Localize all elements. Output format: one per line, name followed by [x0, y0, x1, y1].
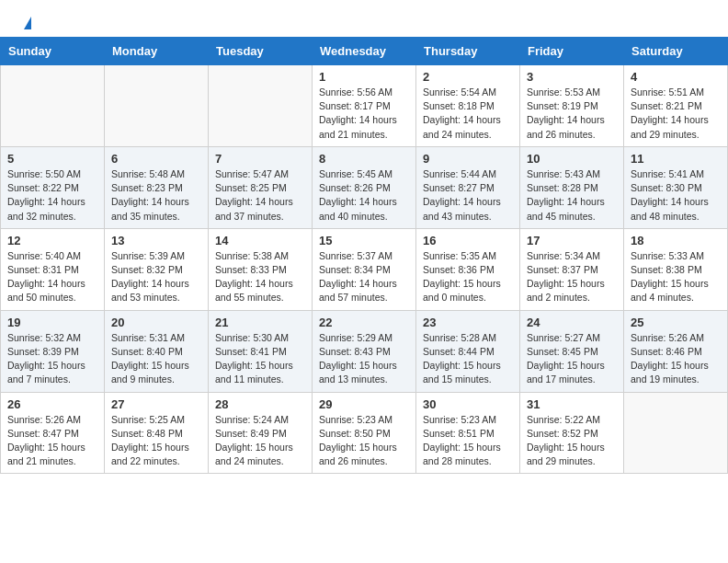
day-info: Sunrise: 5:27 AM Sunset: 8:45 PM Dayligh…	[527, 331, 617, 387]
day-number: 9	[423, 152, 513, 166]
day-number: 6	[111, 152, 201, 166]
calendar-week-row: 12Sunrise: 5:40 AM Sunset: 8:31 PM Dayli…	[1, 228, 728, 310]
day-number: 22	[319, 316, 409, 329]
day-info: Sunrise: 5:39 AM Sunset: 8:32 PM Dayligh…	[111, 249, 201, 305]
calendar-cell: 24Sunrise: 5:27 AM Sunset: 8:45 PM Dayli…	[520, 310, 624, 392]
calendar-week-row: 5Sunrise: 5:50 AM Sunset: 8:22 PM Daylig…	[1, 146, 728, 228]
day-info: Sunrise: 5:50 AM Sunset: 8:22 PM Dayligh…	[7, 167, 97, 224]
day-info: Sunrise: 5:47 AM Sunset: 8:25 PM Dayligh…	[215, 167, 305, 224]
day-info: Sunrise: 5:48 AM Sunset: 8:23 PM Dayligh…	[111, 167, 201, 224]
calendar-cell: 23Sunrise: 5:28 AM Sunset: 8:44 PM Dayli…	[416, 310, 520, 392]
calendar-cell: 31Sunrise: 5:22 AM Sunset: 8:52 PM Dayli…	[520, 392, 624, 474]
day-number: 20	[111, 316, 201, 329]
calendar-cell: 16Sunrise: 5:35 AM Sunset: 8:36 PM Dayli…	[416, 228, 520, 310]
calendar-cell: 18Sunrise: 5:33 AM Sunset: 8:38 PM Dayli…	[624, 228, 728, 310]
calendar-table: SundayMondayTuesdayWednesdayThursdayFrid…	[0, 37, 728, 474]
day-header-sunday: Sunday	[1, 38, 105, 65]
day-number: 2	[423, 70, 513, 84]
day-number: 14	[215, 234, 305, 247]
day-info: Sunrise: 5:43 AM Sunset: 8:28 PM Dayligh…	[527, 167, 617, 224]
calendar-cell: 7Sunrise: 5:47 AM Sunset: 8:25 PM Daylig…	[209, 146, 313, 228]
day-header-friday: Friday	[520, 38, 624, 65]
calendar-cell: 2Sunrise: 5:54 AM Sunset: 8:18 PM Daylig…	[416, 65, 520, 147]
calendar-cell: 29Sunrise: 5:23 AM Sunset: 8:50 PM Dayli…	[313, 392, 416, 474]
calendar-header-row: SundayMondayTuesdayWednesdayThursdayFrid…	[1, 38, 728, 65]
calendar-week-row: 1Sunrise: 5:56 AM Sunset: 8:17 PM Daylig…	[1, 65, 728, 147]
calendar-cell: 3Sunrise: 5:53 AM Sunset: 8:19 PM Daylig…	[520, 65, 624, 147]
day-info: Sunrise: 5:23 AM Sunset: 8:50 PM Dayligh…	[319, 413, 409, 469]
day-info: Sunrise: 5:44 AM Sunset: 8:27 PM Dayligh…	[423, 167, 513, 224]
day-info: Sunrise: 5:29 AM Sunset: 8:43 PM Dayligh…	[319, 331, 409, 387]
calendar-cell: 15Sunrise: 5:37 AM Sunset: 8:34 PM Dayli…	[313, 228, 416, 310]
day-number: 29	[319, 397, 409, 411]
calendar-cell: 4Sunrise: 5:51 AM Sunset: 8:21 PM Daylig…	[624, 65, 728, 147]
calendar-cell: 9Sunrise: 5:44 AM Sunset: 8:27 PM Daylig…	[416, 146, 520, 228]
day-info: Sunrise: 5:26 AM Sunset: 8:47 PM Dayligh…	[7, 413, 97, 469]
calendar-cell: 21Sunrise: 5:30 AM Sunset: 8:41 PM Dayli…	[209, 310, 313, 392]
day-number: 12	[7, 234, 97, 247]
day-info: Sunrise: 5:28 AM Sunset: 8:44 PM Dayligh…	[423, 331, 513, 387]
day-number: 17	[527, 234, 617, 247]
calendar-cell	[105, 65, 209, 147]
day-header-monday: Monday	[105, 38, 209, 65]
calendar-cell	[624, 392, 728, 474]
day-header-thursday: Thursday	[416, 38, 520, 65]
calendar-cell	[1, 65, 105, 147]
day-number: 19	[7, 316, 97, 329]
calendar-cell: 11Sunrise: 5:41 AM Sunset: 8:30 PM Dayli…	[624, 146, 728, 228]
day-number: 25	[631, 316, 721, 329]
day-number: 5	[7, 152, 97, 166]
day-number: 26	[7, 397, 97, 411]
day-info: Sunrise: 5:31 AM Sunset: 8:40 PM Dayligh…	[111, 331, 201, 387]
day-info: Sunrise: 5:53 AM Sunset: 8:19 PM Dayligh…	[527, 86, 617, 142]
calendar-cell: 10Sunrise: 5:43 AM Sunset: 8:28 PM Dayli…	[520, 146, 624, 228]
logo	[22, 17, 31, 29]
day-info: Sunrise: 5:41 AM Sunset: 8:30 PM Dayligh…	[631, 167, 721, 224]
day-number: 24	[527, 316, 617, 329]
day-number: 1	[319, 70, 409, 84]
calendar-cell: 1Sunrise: 5:56 AM Sunset: 8:17 PM Daylig…	[313, 65, 416, 147]
logo-triangle-icon	[24, 17, 31, 29]
day-number: 16	[423, 234, 513, 247]
day-number: 4	[631, 70, 721, 84]
calendar-cell: 20Sunrise: 5:31 AM Sunset: 8:40 PM Dayli…	[105, 310, 209, 392]
calendar-cell: 17Sunrise: 5:34 AM Sunset: 8:37 PM Dayli…	[520, 228, 624, 310]
day-number: 13	[111, 234, 201, 247]
day-number: 28	[215, 397, 305, 411]
day-number: 23	[423, 316, 513, 329]
day-number: 30	[423, 397, 513, 411]
calendar-cell: 19Sunrise: 5:32 AM Sunset: 8:39 PM Dayli…	[1, 310, 105, 392]
calendar-cell: 30Sunrise: 5:23 AM Sunset: 8:51 PM Dayli…	[416, 392, 520, 474]
day-info: Sunrise: 5:34 AM Sunset: 8:37 PM Dayligh…	[527, 249, 617, 305]
day-number: 15	[319, 234, 409, 247]
calendar-cell: 14Sunrise: 5:38 AM Sunset: 8:33 PM Dayli…	[209, 228, 313, 310]
day-info: Sunrise: 5:26 AM Sunset: 8:46 PM Dayligh…	[631, 331, 721, 387]
day-info: Sunrise: 5:22 AM Sunset: 8:52 PM Dayligh…	[527, 413, 617, 469]
day-number: 10	[527, 152, 617, 166]
calendar-cell: 5Sunrise: 5:50 AM Sunset: 8:22 PM Daylig…	[1, 146, 105, 228]
day-info: Sunrise: 5:37 AM Sunset: 8:34 PM Dayligh…	[319, 249, 409, 305]
day-info: Sunrise: 5:51 AM Sunset: 8:21 PM Dayligh…	[631, 86, 721, 142]
day-number: 3	[527, 70, 617, 84]
calendar-week-row: 26Sunrise: 5:26 AM Sunset: 8:47 PM Dayli…	[1, 392, 728, 474]
calendar-cell: 25Sunrise: 5:26 AM Sunset: 8:46 PM Dayli…	[624, 310, 728, 392]
day-info: Sunrise: 5:25 AM Sunset: 8:48 PM Dayligh…	[111, 413, 201, 469]
day-number: 31	[527, 397, 617, 411]
day-info: Sunrise: 5:56 AM Sunset: 8:17 PM Dayligh…	[319, 86, 409, 142]
day-header-saturday: Saturday	[624, 38, 728, 65]
calendar-cell	[209, 65, 313, 147]
day-number: 8	[319, 152, 409, 166]
day-number: 27	[111, 397, 201, 411]
day-header-tuesday: Tuesday	[209, 38, 313, 65]
day-info: Sunrise: 5:24 AM Sunset: 8:49 PM Dayligh…	[215, 413, 305, 469]
day-info: Sunrise: 5:23 AM Sunset: 8:51 PM Dayligh…	[423, 413, 513, 469]
day-info: Sunrise: 5:32 AM Sunset: 8:39 PM Dayligh…	[7, 331, 97, 387]
calendar-cell: 22Sunrise: 5:29 AM Sunset: 8:43 PM Dayli…	[313, 310, 416, 392]
day-number: 7	[215, 152, 305, 166]
calendar-cell: 12Sunrise: 5:40 AM Sunset: 8:31 PM Dayli…	[1, 228, 105, 310]
day-info: Sunrise: 5:38 AM Sunset: 8:33 PM Dayligh…	[215, 249, 305, 305]
calendar-cell: 28Sunrise: 5:24 AM Sunset: 8:49 PM Dayli…	[209, 392, 313, 474]
day-number: 18	[631, 234, 721, 247]
day-header-wednesday: Wednesday	[313, 38, 416, 65]
day-info: Sunrise: 5:40 AM Sunset: 8:31 PM Dayligh…	[7, 249, 97, 305]
